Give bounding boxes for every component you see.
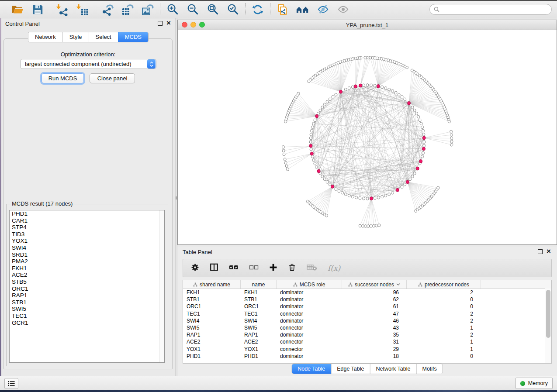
add-column-icon[interactable] [269, 263, 277, 273]
node-table: shared namenameMCDS rolesuccessor nodesp… [183, 280, 552, 364]
zoom-selected-icon[interactable] [226, 3, 240, 17]
result-item[interactable]: STB5 [10, 279, 164, 285]
column-header[interactable]: name [241, 280, 277, 289]
tree-icon [193, 282, 197, 287]
task-history-button[interactable] [4, 378, 18, 389]
hide-eye-icon[interactable] [316, 3, 330, 17]
tab-motifs[interactable]: Motifs [416, 364, 442, 374]
result-item[interactable]: STB1 [10, 299, 164, 306]
table-row[interactable]: ACE2ACE2connector311 [183, 338, 551, 345]
table-row[interactable]: SWI4SWI4dominator462 [183, 317, 551, 324]
search-input[interactable] [442, 6, 547, 13]
result-item[interactable]: PMA2 [10, 258, 164, 265]
tab-edge-table[interactable]: Edge Table [331, 364, 370, 374]
show-eye-icon[interactable] [336, 3, 350, 17]
column-header-filler [481, 280, 551, 289]
close-panel-icon[interactable]: × [166, 21, 171, 26]
result-item[interactable]: ORC1 [10, 285, 164, 292]
refresh-icon[interactable] [251, 3, 265, 17]
column-header[interactable]: MCDS role [277, 280, 342, 289]
table-cell: 2 [407, 311, 481, 317]
table-row[interactable]: TEC1TEC1connector472 [183, 310, 551, 317]
table-row[interactable]: FKH1FKH1dominator962 [183, 289, 551, 296]
table-cell: PHD1 [241, 353, 277, 359]
network-window-titlebar[interactable]: YPA_prune.txt_1 [178, 20, 557, 30]
import-network-icon[interactable] [55, 3, 69, 17]
float-panel-icon[interactable] [158, 21, 163, 26]
select-all-columns-icon[interactable] [229, 264, 239, 272]
table-row[interactable]: ORC1ORC1dominator610 [183, 303, 551, 310]
search-field[interactable] [429, 4, 552, 15]
result-item[interactable]: PHD1 [10, 210, 164, 217]
zoom-out-icon[interactable] [186, 3, 200, 17]
result-item[interactable]: SRD1 [10, 251, 164, 258]
save-icon[interactable] [31, 3, 45, 17]
control-panel: Control Panel × NetworkStyleSelectMCDS O… [1, 18, 175, 376]
share-document-icon[interactable] [276, 3, 290, 17]
criterion-dropdown[interactable]: largest connected component (undirected) [20, 59, 156, 69]
close-panel-button[interactable]: Close panel [90, 73, 135, 83]
memory-button[interactable]: Memory [515, 378, 553, 389]
zoom-fit-icon[interactable] [206, 3, 220, 17]
table-scrollbar[interactable] [545, 289, 551, 363]
table-cell: 1 [407, 325, 481, 331]
column-header[interactable]: shared name [183, 280, 241, 289]
tab-network[interactable]: Network [28, 32, 62, 42]
tab-network-table[interactable]: Network Table [370, 364, 416, 374]
result-item[interactable]: FKH1 [10, 265, 164, 272]
split-columns-icon[interactable] [210, 263, 218, 273]
table-cell: 96 [342, 289, 407, 296]
result-item[interactable]: SWI5 [10, 306, 164, 313]
table-cell: TEC1 [183, 311, 241, 317]
import-table-icon[interactable] [76, 3, 90, 17]
close-window-icon[interactable] [182, 22, 187, 28]
column-header[interactable]: successor nodes [342, 280, 407, 289]
result-item[interactable]: YOX1 [10, 237, 164, 244]
result-item[interactable]: TID3 [10, 231, 164, 238]
maximize-window-icon[interactable] [199, 22, 205, 28]
main-toolbar [0, 1, 557, 18]
table-tabs: Node TableEdge TableNetwork TableMotifs [291, 364, 443, 374]
result-item[interactable]: ACE2 [10, 272, 164, 279]
zoom-in-icon[interactable] [166, 3, 180, 17]
table-row[interactable]: RAP1RAP1dominator352 [183, 331, 551, 338]
binoculars-icon[interactable] [296, 3, 310, 17]
table-cell: dominator [277, 353, 342, 359]
close-panel-icon[interactable]: × [547, 249, 551, 254]
table-cell: 2 [407, 318, 481, 324]
network-canvas[interactable] [178, 30, 557, 244]
result-item[interactable]: STP4 [10, 224, 164, 231]
export-table-icon[interactable] [121, 3, 135, 17]
run-mcds-button[interactable]: Run MCDS [42, 73, 84, 83]
result-item[interactable]: SWI4 [10, 244, 164, 251]
result-item[interactable]: GCR1 [10, 320, 164, 327]
result-scrollbar[interactable] [159, 210, 164, 362]
gear-icon[interactable] [191, 263, 199, 273]
table-cell: YOX1 [183, 346, 241, 352]
table-cell: connector [277, 346, 342, 352]
function-builder-icon: f(x) [328, 264, 340, 272]
network-view-window: YPA_prune.txt_1 [177, 20, 557, 245]
export-image-icon[interactable] [141, 3, 155, 17]
table-row[interactable]: SWI5SWI5connector431 [183, 324, 551, 331]
table-row[interactable]: PHD1PHD1dominator180 [183, 353, 551, 360]
open-folder-icon[interactable] [10, 3, 24, 17]
table-row[interactable]: STB1STB1dominator620 [183, 296, 551, 303]
tab-mcds[interactable]: MCDS [118, 32, 148, 42]
table-cell: 35 [342, 332, 407, 338]
deselect-all-columns-icon[interactable] [249, 264, 259, 272]
result-item[interactable]: CAR1 [10, 217, 164, 224]
mcds-result-list[interactable]: PHD1CAR1STP4TID3YOX1SWI4SRD1PMA2FKH1ACE2… [9, 210, 165, 363]
delete-column-icon[interactable] [288, 263, 296, 273]
float-panel-icon[interactable] [538, 249, 543, 254]
column-header[interactable]: predecessor nodes [407, 280, 481, 289]
export-network-icon[interactable] [100, 3, 114, 17]
result-item[interactable]: RAP1 [10, 292, 164, 299]
tab-select[interactable]: Select [89, 32, 118, 42]
tab-style[interactable]: Style [62, 32, 89, 42]
minimize-window-icon[interactable] [190, 22, 196, 28]
scrollbar-thumb[interactable] [546, 290, 550, 338]
result-item[interactable]: TEC1 [10, 313, 164, 320]
table-row[interactable]: YOX1YOX1connector291 [183, 346, 551, 353]
tab-node-table[interactable]: Node Table [292, 364, 331, 374]
